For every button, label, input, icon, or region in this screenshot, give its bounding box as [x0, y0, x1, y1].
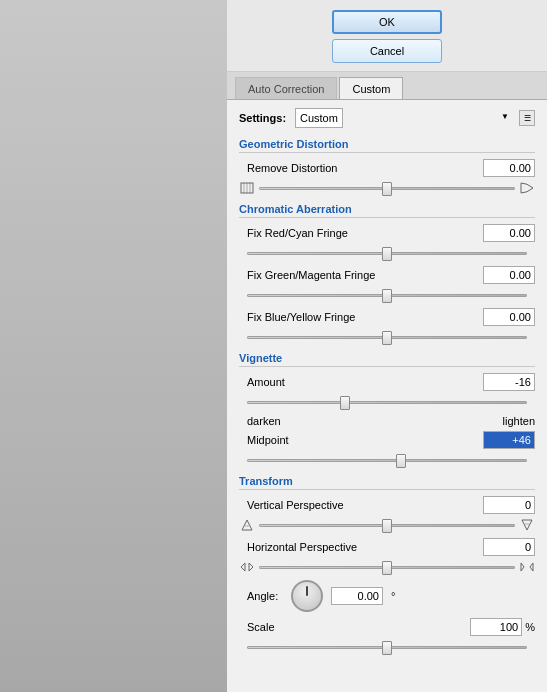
cancel-button[interactable]: Cancel	[332, 39, 442, 63]
fix-red-cyan-slider-row	[239, 246, 535, 260]
panel-content: Settings: Custom ▼ ☰ Geometric Distortio…	[227, 100, 547, 692]
scale-label: Scale	[247, 621, 470, 633]
svg-marker-4	[242, 520, 252, 530]
vignette-amount-slider-row	[239, 395, 535, 409]
angle-unit: °	[391, 590, 395, 602]
svg-marker-11	[530, 563, 533, 571]
top-buttons-area: OK Cancel	[227, 0, 547, 72]
horizontal-perspective-label: Horizontal Perspective	[247, 541, 483, 553]
settings-dropdown-wrapper: Custom ▼	[295, 108, 513, 128]
remove-distortion-label: Remove Distortion	[247, 162, 483, 174]
section-chromatic-aberration: Chromatic Aberration	[239, 203, 535, 218]
distortion-right-icon	[519, 181, 535, 195]
horizontal-right-icon	[519, 560, 535, 574]
dialog-panel: OK Cancel Auto Correction Custom Setting…	[227, 0, 547, 692]
svg-marker-6	[522, 520, 532, 530]
fix-blue-yellow-slider-row	[239, 330, 535, 344]
horizontal-perspective-row: Horizontal Perspective	[247, 538, 535, 556]
scale-slider[interactable]	[247, 640, 527, 654]
scale-input[interactable]	[470, 618, 522, 636]
vignette-midpoint-label: Midpoint	[247, 434, 483, 446]
vignette-midpoint-slider-row	[239, 453, 535, 467]
fix-green-magenta-label: Fix Green/Magenta Fringe	[247, 269, 483, 281]
ok-button[interactable]: OK	[332, 10, 442, 34]
darken-lighten-row: darken lighten	[247, 415, 535, 427]
vertical-left-icon	[239, 518, 255, 532]
fix-blue-yellow-input[interactable]	[483, 308, 535, 326]
svg-marker-9	[249, 563, 253, 571]
fix-green-magenta-row: Fix Green/Magenta Fringe	[247, 266, 535, 284]
horizontal-perspective-slider[interactable]	[259, 560, 515, 574]
vignette-amount-row: Amount	[247, 373, 535, 391]
lighten-label: lighten	[503, 415, 535, 427]
fix-red-cyan-slider[interactable]	[247, 246, 527, 260]
vertical-perspective-slider-row	[239, 518, 535, 532]
horizontal-perspective-input[interactable]	[483, 538, 535, 556]
vignette-midpoint-slider[interactable]	[247, 453, 527, 467]
tab-custom[interactable]: Custom	[339, 77, 403, 99]
horizontal-left-icon	[239, 560, 255, 574]
darken-label: darken	[247, 415, 281, 427]
fix-red-cyan-row: Fix Red/Cyan Fringe	[247, 224, 535, 242]
fix-blue-yellow-row: Fix Blue/Yellow Fringe	[247, 308, 535, 326]
distortion-left-icon	[239, 181, 255, 195]
background-panel	[0, 0, 230, 692]
angle-input[interactable]	[331, 587, 383, 605]
fix-green-magenta-slider-row	[239, 288, 535, 302]
horizontal-perspective-slider-row	[239, 560, 535, 574]
angle-label: Angle:	[247, 590, 283, 602]
fix-blue-yellow-slider[interactable]	[247, 330, 527, 344]
settings-menu-icon[interactable]: ☰	[519, 110, 535, 126]
tabs-bar: Auto Correction Custom	[227, 72, 547, 100]
remove-distortion-row: Remove Distortion	[247, 159, 535, 177]
vignette-midpoint-input[interactable]	[483, 431, 535, 449]
fix-blue-yellow-label: Fix Blue/Yellow Fringe	[247, 311, 483, 323]
fix-green-magenta-slider[interactable]	[247, 288, 527, 302]
dial-needle	[306, 586, 308, 596]
vertical-perspective-row: Vertical Perspective	[247, 496, 535, 514]
vertical-perspective-label: Vertical Perspective	[247, 499, 483, 511]
vignette-amount-label: Amount	[247, 376, 483, 388]
vignette-midpoint-row: Midpoint	[247, 431, 535, 449]
vignette-amount-input[interactable]	[483, 373, 535, 391]
settings-label: Settings:	[239, 112, 289, 124]
scale-row: Scale %	[247, 618, 535, 636]
section-transform: Transform	[239, 475, 535, 490]
settings-dropdown[interactable]: Custom	[295, 108, 343, 128]
remove-distortion-slider-row	[239, 181, 535, 195]
angle-dial[interactable]	[291, 580, 323, 612]
svg-marker-10	[521, 563, 524, 571]
remove-distortion-input[interactable]	[483, 159, 535, 177]
svg-marker-8	[241, 563, 245, 571]
angle-row: Angle: °	[247, 580, 535, 612]
fix-red-cyan-label: Fix Red/Cyan Fringe	[247, 227, 483, 239]
scale-unit: %	[525, 621, 535, 633]
vertical-perspective-slider[interactable]	[259, 518, 515, 532]
vertical-right-icon	[519, 518, 535, 532]
tab-auto-correction[interactable]: Auto Correction	[235, 77, 337, 99]
scale-slider-row	[239, 640, 535, 654]
remove-distortion-slider[interactable]	[259, 181, 515, 195]
vertical-perspective-input[interactable]	[483, 496, 535, 514]
settings-row: Settings: Custom ▼ ☰	[239, 108, 535, 128]
section-vignette: Vignette	[239, 352, 535, 367]
section-geometric-distortion: Geometric Distortion	[239, 138, 535, 153]
fix-red-cyan-input[interactable]	[483, 224, 535, 242]
dropdown-arrow-icon: ▼	[501, 112, 509, 121]
fix-green-magenta-input[interactable]	[483, 266, 535, 284]
vignette-amount-slider[interactable]	[247, 395, 527, 409]
